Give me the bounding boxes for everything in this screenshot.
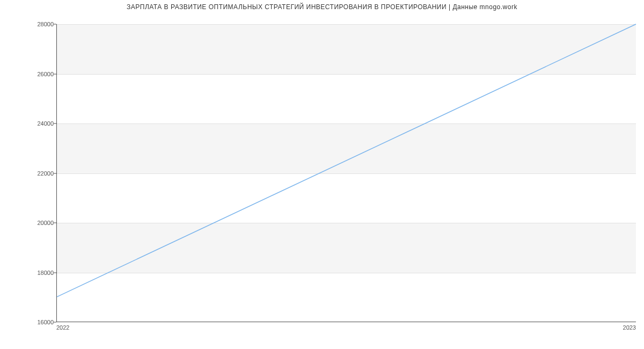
chart-title: ЗАРПЛАТА В РАЗВИТИЕ ОПТИМАЛЬНЫХ СТРАТЕГИ… xyxy=(0,3,644,11)
y-tick-label: 24000 xyxy=(21,120,54,127)
y-tick-label: 26000 xyxy=(21,71,54,77)
data-line xyxy=(57,24,636,322)
x-tick-label: 2023 xyxy=(623,324,636,331)
x-tick-label: 2022 xyxy=(56,324,69,331)
plot-area xyxy=(56,24,636,322)
y-tick-label: 16000 xyxy=(21,319,54,325)
y-tick-label: 18000 xyxy=(21,270,54,276)
chart-container: ЗАРПЛАТА В РАЗВИТИЕ ОПТИМАЛЬНЫХ СТРАТЕГИ… xyxy=(0,0,644,349)
y-tick-label: 28000 xyxy=(21,21,54,27)
y-tick-label: 22000 xyxy=(21,170,54,177)
y-tick-label: 20000 xyxy=(21,220,54,226)
